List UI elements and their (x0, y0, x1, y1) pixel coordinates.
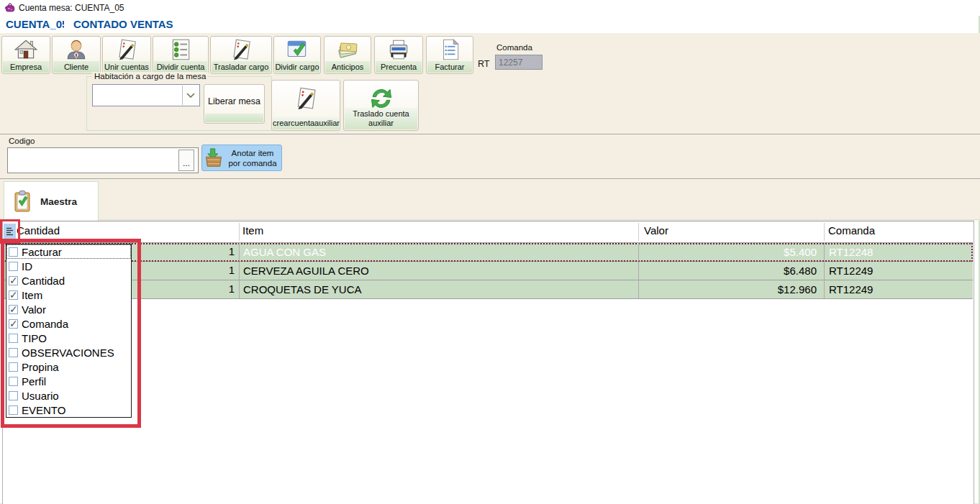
codigo-field-label: Codigo (9, 137, 35, 145)
money-icon (325, 37, 371, 63)
room-combobox[interactable] (92, 84, 200, 106)
checkbox[interactable] (9, 290, 18, 300)
checkbox[interactable] (9, 334, 18, 343)
cliente-button-label: Cliente (53, 61, 99, 73)
column-header-item[interactable]: Item (242, 224, 263, 237)
precuenta-button[interactable]: Precuenta (374, 36, 423, 74)
chooser-item-label: Valor (22, 303, 46, 316)
calendar-check-icon (274, 37, 320, 63)
chooser-item-cantidad[interactable]: Cantidad (6, 273, 131, 288)
chooser-item-label: TIPO (22, 332, 47, 344)
checkbox[interactable] (9, 276, 18, 285)
window-title: Cuenta mesa: CUENTA_05 (19, 3, 124, 13)
checkbox[interactable] (9, 305, 18, 314)
column-header-valor[interactable]: Valor (644, 224, 668, 237)
checklist-icon (153, 37, 208, 63)
anticipos-button[interactable]: Anticipos (324, 36, 371, 74)
cell-valor: $12.960 (638, 280, 820, 298)
comanda-field-label: Comanda (496, 43, 532, 52)
column-chooser-popup: Facturar ID Cantidad Item Valor Comanda … (6, 244, 132, 418)
empresa-button[interactable]: Empresa (1, 36, 50, 74)
empresa-button-label: Empresa (3, 61, 49, 73)
trasladar-cargo-button-label: Trasladar cargo (212, 61, 271, 73)
chooser-item-label: Propina (22, 361, 59, 373)
crate-arrow-icon (202, 147, 225, 169)
cliente-button[interactable]: Cliente (52, 36, 101, 74)
house-icon (2, 37, 50, 63)
clipboard-check-icon (4, 189, 40, 214)
cell-comanda: RT12249 (824, 280, 973, 298)
checkbox[interactable] (9, 377, 18, 386)
facturar-button[interactable]: Facturar (426, 36, 473, 74)
anotar-item-label: Anotar item por comanda (225, 148, 281, 168)
anotar-item-button[interactable]: Anotar item por comanda (201, 145, 282, 171)
checkbox[interactable] (9, 391, 18, 400)
table-row[interactable]: 1 CROQUETAS DE YUCA $12.960 RT12249 (3, 280, 973, 299)
cell-valor: $6.480 (638, 262, 820, 280)
facturar-button-label: Facturar (427, 61, 472, 73)
unir-cuentas-button-label: Unir cuentas (104, 61, 150, 73)
account-name-label: CUENTA_05 (6, 18, 64, 30)
chevron-down-icon[interactable] (182, 86, 199, 105)
note-pen-icon (211, 37, 271, 63)
chooser-item-label: Item (22, 289, 42, 301)
cell-item: AGUA CON GAS (239, 243, 639, 261)
chooser-item-observaciones[interactable]: OBSERVACIONES (6, 345, 131, 359)
rt-label: RT (478, 59, 489, 69)
column-chooser-button[interactable] (4, 224, 16, 239)
checkbox[interactable] (9, 319, 18, 329)
cell-comanda: RT12249 (824, 262, 973, 280)
chooser-item-evento[interactable]: EVENTO (6, 403, 131, 417)
chooser-item-facturar[interactable]: Facturar (6, 244, 131, 259)
checkbox[interactable] (9, 348, 18, 357)
chooser-item-propina[interactable]: Propina (6, 359, 131, 374)
traslado-cuenta-auxiliar-button[interactable]: Traslado cuenta auxiliar (343, 80, 419, 131)
invoice-icon (427, 37, 473, 63)
codigo-input[interactable] (7, 147, 199, 173)
column-separator (638, 223, 639, 241)
account-heading: CUENTA_05CONTADO VENTAS (6, 18, 173, 32)
chooser-item-valor[interactable]: Valor (6, 302, 131, 316)
chooser-item-label: Facturar (22, 246, 62, 258)
liberar-mesa-label: Liberar mesa (204, 96, 264, 106)
printer-icon (375, 37, 422, 63)
list-lines-icon (6, 226, 14, 237)
room-group-label: Habitación a cargo de la mesa (92, 72, 208, 81)
chooser-item-label: Comanda (22, 318, 68, 330)
table-row[interactable]: 1 CERVEZA AGUILA CERO $6.480 RT12249 (3, 262, 973, 280)
column-header-cantidad[interactable]: Cantidad (17, 224, 60, 237)
trasladar-cargo-button[interactable]: Trasladar cargo (210, 36, 272, 74)
dividir-cargo-button[interactable]: Dividir cargo (273, 36, 321, 74)
dividir-cuenta-button[interactable]: Dividir cuenta (153, 36, 209, 74)
column-separator (239, 223, 240, 241)
unir-cuentas-button[interactable]: Unir cuentas (102, 36, 151, 74)
separator (0, 178, 980, 179)
chooser-item-tipo[interactable]: TIPO (6, 331, 131, 345)
grid-header-row: Cantidad Item Valor Comanda (3, 221, 973, 243)
checkbox[interactable] (9, 247, 18, 257)
chooser-item-comanda[interactable]: Comanda (6, 316, 131, 331)
chooser-item-label: ID (22, 260, 32, 272)
column-separator (824, 223, 825, 241)
dividir-cargo-button-label: Dividir cargo (275, 61, 319, 73)
app-window: Cuenta mesa: CUENTA_05 CUENTA_05CONTADO … (0, 0, 980, 504)
chooser-item-id[interactable]: ID (6, 259, 131, 273)
chooser-item-label: EVENTO (22, 404, 65, 416)
chooser-item-label: Perfil (22, 375, 46, 388)
cell-comanda: RT12248 (824, 243, 973, 261)
liberar-mesa-button[interactable]: Liberar mesa (204, 84, 265, 124)
items-grid: Cantidad Item Valor Comanda 1 AGUA CON G… (2, 221, 974, 504)
column-header-comanda[interactable]: Comanda (828, 224, 875, 237)
chooser-item-usuario[interactable]: Usuario (6, 388, 131, 403)
crear-cuenta-auxiliar-button[interactable]: crearcuentaauxiliar (271, 80, 340, 131)
browse-button[interactable]: ... (178, 150, 194, 171)
checkbox[interactable] (9, 262, 18, 271)
tab-maestra[interactable]: Maestra (4, 181, 99, 221)
chooser-item-perfil[interactable]: Perfil (6, 374, 131, 388)
table-row[interactable]: 1 AGUA CON GAS $5.400 RT12248 (3, 243, 973, 262)
checkbox[interactable] (9, 406, 18, 415)
checkbox[interactable] (9, 362, 18, 372)
note-pen-icon (272, 83, 340, 114)
sale-mode-label: CONTADO VENTAS (73, 18, 173, 30)
chooser-item-item[interactable]: Item (6, 288, 131, 302)
